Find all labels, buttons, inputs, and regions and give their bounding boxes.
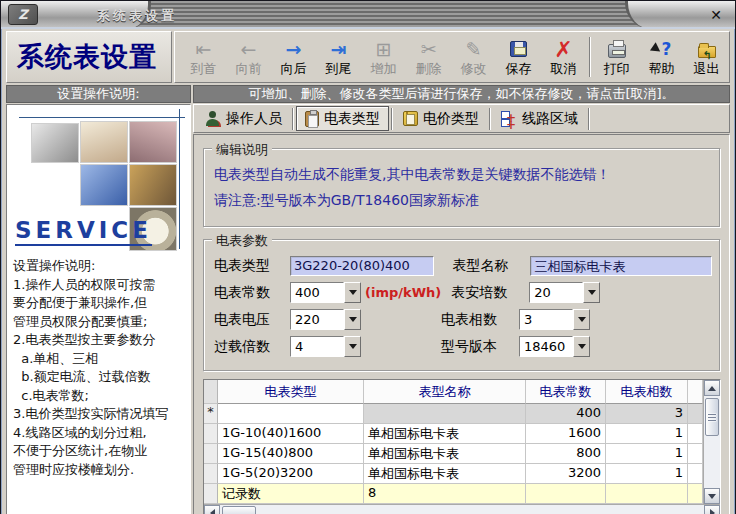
tab-meter-type[interactable]: 电表类型 [296,106,389,131]
vertical-scrollbar[interactable] [703,380,720,504]
tab-separator [391,108,393,130]
param-row: 电表常数 400 (imp/kWh) 表安培数 20 [214,279,712,306]
table-row[interactable]: 1G-10(40)1600 单相国标电卡表 1600 1 [204,424,703,444]
col-header-model-name[interactable]: 表型名称 [364,380,526,404]
collage-tile-tools [31,123,79,163]
model-name-field[interactable]: 三相国标电卡表 [530,256,712,276]
print-icon [608,44,626,58]
overload-select[interactable]: 4 [290,336,361,357]
amperage-select[interactable]: 20 [529,282,600,303]
edit-note-line1: 电表类型自动生成不能重复,其中电表常数是关键数据不能选错！ [214,161,712,187]
prev-icon: ← [241,38,257,61]
modify-icon: ✎ [466,38,482,61]
window-title: 系统表设置 [97,7,177,25]
clipboard-icon [305,111,319,127]
next-icon: → [286,38,302,61]
model-name-label: 表型名称 [452,257,530,275]
chevron-down-icon[interactable] [344,282,361,303]
toolbar: ⇤ 到首 ← 向前 → 向后 ⇥ 到尾 ⊞ 增加 [174,31,730,83]
voltage-select[interactable]: 220 [290,309,361,330]
modify-button: ✎ 修改 [451,34,496,80]
app-window: Z 系统表设置 ✕ 系统表设置 ⇤ 到首 ← 向前 → 向后 [0,0,736,514]
grid-table: 电表类型 表型名称 电表常数 电表相数 * [204,380,703,504]
exit-icon [698,46,716,58]
scroll-down-icon[interactable] [704,488,720,504]
edit-note-groupbox: 编辑说明 电表类型自动生成不能重复,其中电表常数是关键数据不能选错！ 请注意:型… [203,148,721,228]
last-icon: ⇥ [331,38,347,61]
meter-constant-unit: (imp/kWh) [365,285,441,300]
vertical-scroll-thumb[interactable] [705,398,719,436]
prev-button: ← 向前 [226,34,271,80]
chevron-down-icon[interactable] [583,282,600,303]
service-collage-image: SERVICE [13,109,188,255]
tab-separator [292,108,294,130]
app-logo-icon: Z [8,4,38,25]
delete-icon: ✂ [421,38,437,61]
close-icon[interactable]: ✕ [707,6,725,24]
collage-tile-parts [129,121,177,163]
new-row-marker: * [204,404,218,424]
chevron-down-icon[interactable] [344,309,361,330]
amperage-label: 表安培数 [451,284,529,302]
save-button[interactable]: 保存 [496,34,541,80]
version-label: 型号版本 [441,338,519,356]
person-icon [206,111,221,126]
help-button[interactable]: ? 帮助 [639,34,684,80]
table-row-new[interactable]: * 400 3 [204,404,703,424]
col-header-meter-type[interactable]: 电表类型 [218,380,364,404]
chevron-down-icon[interactable] [573,309,590,330]
collage-line-v [179,109,180,249]
print-button[interactable]: 打印 [594,34,639,80]
col-header-phases[interactable]: 电表相数 [606,380,688,404]
exit-button[interactable]: 退出 [684,34,729,80]
meter-constant-select[interactable]: 400 [290,282,361,303]
titlebar: Z 系统表设置 ✕ [1,1,735,29]
edit-note-line2: 请注意:型号版本为GB/T18460国家新标准 [214,187,712,213]
first-icon: ⇤ [196,38,212,61]
phases-select[interactable]: 3 [519,309,590,330]
table-row[interactable]: 1G-15(40)800 单相国标电卡表 800 1 [204,444,703,464]
main-panel: 操作人员 电表类型 电价类型 线路区域 [193,104,730,514]
version-select[interactable]: 18460 [519,336,590,357]
caption-row: 设置操作说明: 可增加、删除、修改各类型后请进行保存，如不保存修改，请点击[取消… [6,85,730,103]
tab-line-area[interactable]: 线路区域 [493,106,586,131]
tab-operators[interactable]: 操作人员 [198,106,290,131]
edit-note-title: 编辑说明 [212,141,272,159]
scroll-right-icon[interactable] [704,505,720,514]
scroll-left-icon[interactable] [204,505,220,514]
header-row: 系统表设置 ⇤ 到首 ← 向前 → 向后 ⇥ 到尾 [6,31,730,83]
service-text: SERVICE [15,217,152,246]
last-button[interactable]: ⇥ 到尾 [316,34,361,80]
next-button[interactable]: → 向后 [271,34,316,80]
add-icon: ⊞ [376,38,392,61]
instructions-text: 设置操作说明: 1.操作人员的权限可按需 要分配便于兼职操作,但 管理员权限分配… [13,257,188,479]
col-header-filler [688,380,703,404]
cancel-button[interactable]: ✗ 取消 [541,34,586,80]
param-row: 电表类型 3G220-20(80)400 表型名称 三相国标电卡表 [214,252,712,279]
first-button: ⇤ 到首 [181,34,226,80]
grid-footer-row: 记录数 8 [204,484,703,504]
chevron-down-icon[interactable] [573,336,590,357]
chevron-down-icon[interactable] [344,336,361,357]
tab-price-type[interactable]: 电价类型 [395,106,487,131]
meter-type-field[interactable]: 3G220-20(80)400 [290,256,434,276]
overload-label: 过载倍数 [214,338,290,356]
body: SERVICE 设置操作说明: 1.操作人员的权限可按需 要分配便于兼职操作,但… [6,104,730,514]
tab-content: 编辑说明 电表类型自动生成不能重复,其中电表常数是关键数据不能选错！ 请注意:型… [193,134,730,514]
tab-bar: 操作人员 电表类型 电价类型 线路区域 [193,104,730,133]
meter-constant-label: 电表常数 [214,284,290,302]
meter-type-label: 电表类型 [214,257,290,275]
app-title-panel: 系统表设置 [6,31,172,83]
col-header-constant[interactable]: 电表常数 [526,380,606,404]
window-frame: 系统表设置 ⇤ 到首 ← 向前 → 向后 ⇥ 到尾 [1,29,735,514]
horizontal-scrollbar[interactable] [204,504,720,514]
hint-bar: 可增加、删除、修改各类型后请进行保存，如不保存修改，请点击[取消]。 [193,85,730,103]
param-row: 电表电压 220 电表相数 3 [214,306,712,333]
voltage-label: 电表电压 [214,311,290,329]
horizontal-scroll-thumb[interactable] [222,506,256,514]
phases-label: 电表相数 [441,311,519,329]
toolbar-separator [589,37,591,77]
table-row[interactable]: 1G-5(20)3200 单相国标电卡表 3200 1 [204,464,703,484]
scroll-up-icon[interactable] [704,380,720,396]
add-button: ⊞ 增加 [361,34,406,80]
